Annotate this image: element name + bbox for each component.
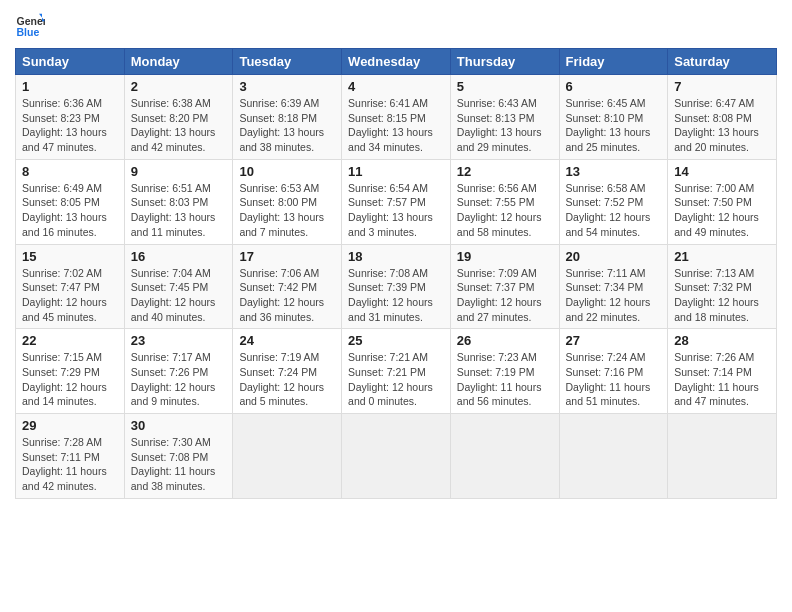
weekday-header: Saturday: [668, 49, 777, 75]
day-info: Sunrise: 7:26 AM Sunset: 7:14 PM Dayligh…: [674, 350, 770, 409]
day-number: 21: [674, 249, 770, 264]
calendar-cell: [559, 414, 668, 499]
day-info: Sunrise: 6:36 AM Sunset: 8:23 PM Dayligh…: [22, 96, 118, 155]
calendar-week-row: 15 Sunrise: 7:02 AM Sunset: 7:47 PM Dayl…: [16, 244, 777, 329]
day-number: 25: [348, 333, 444, 348]
day-number: 22: [22, 333, 118, 348]
day-info: Sunrise: 6:51 AM Sunset: 8:03 PM Dayligh…: [131, 181, 227, 240]
logo: General Blue: [15, 10, 49, 40]
calendar-cell: 27 Sunrise: 7:24 AM Sunset: 7:16 PM Dayl…: [559, 329, 668, 414]
calendar-cell: 15 Sunrise: 7:02 AM Sunset: 7:47 PM Dayl…: [16, 244, 125, 329]
day-info: Sunrise: 7:30 AM Sunset: 7:08 PM Dayligh…: [131, 435, 227, 494]
calendar-cell: 2 Sunrise: 6:38 AM Sunset: 8:20 PM Dayli…: [124, 75, 233, 160]
calendar-cell: [233, 414, 342, 499]
day-number: 11: [348, 164, 444, 179]
day-number: 28: [674, 333, 770, 348]
day-info: Sunrise: 6:45 AM Sunset: 8:10 PM Dayligh…: [566, 96, 662, 155]
calendar-week-row: 29 Sunrise: 7:28 AM Sunset: 7:11 PM Dayl…: [16, 414, 777, 499]
calendar-cell: 19 Sunrise: 7:09 AM Sunset: 7:37 PM Dayl…: [450, 244, 559, 329]
day-info: Sunrise: 7:11 AM Sunset: 7:34 PM Dayligh…: [566, 266, 662, 325]
calendar-cell: [450, 414, 559, 499]
day-info: Sunrise: 7:13 AM Sunset: 7:32 PM Dayligh…: [674, 266, 770, 325]
day-number: 18: [348, 249, 444, 264]
day-number: 5: [457, 79, 553, 94]
calendar-cell: 1 Sunrise: 6:36 AM Sunset: 8:23 PM Dayli…: [16, 75, 125, 160]
weekday-header: Thursday: [450, 49, 559, 75]
svg-text:Blue: Blue: [17, 26, 40, 38]
day-info: Sunrise: 7:08 AM Sunset: 7:39 PM Dayligh…: [348, 266, 444, 325]
calendar-cell: 30 Sunrise: 7:30 AM Sunset: 7:08 PM Dayl…: [124, 414, 233, 499]
day-number: 29: [22, 418, 118, 433]
day-number: 1: [22, 79, 118, 94]
day-info: Sunrise: 6:56 AM Sunset: 7:55 PM Dayligh…: [457, 181, 553, 240]
day-number: 3: [239, 79, 335, 94]
calendar-cell: 9 Sunrise: 6:51 AM Sunset: 8:03 PM Dayli…: [124, 159, 233, 244]
calendar-cell: 28 Sunrise: 7:26 AM Sunset: 7:14 PM Dayl…: [668, 329, 777, 414]
calendar-cell: 24 Sunrise: 7:19 AM Sunset: 7:24 PM Dayl…: [233, 329, 342, 414]
calendar-cell: 23 Sunrise: 7:17 AM Sunset: 7:26 PM Dayl…: [124, 329, 233, 414]
day-info: Sunrise: 7:02 AM Sunset: 7:47 PM Dayligh…: [22, 266, 118, 325]
weekday-header-row: SundayMondayTuesdayWednesdayThursdayFrid…: [16, 49, 777, 75]
day-info: Sunrise: 7:15 AM Sunset: 7:29 PM Dayligh…: [22, 350, 118, 409]
day-info: Sunrise: 6:54 AM Sunset: 7:57 PM Dayligh…: [348, 181, 444, 240]
day-number: 10: [239, 164, 335, 179]
day-info: Sunrise: 6:58 AM Sunset: 7:52 PM Dayligh…: [566, 181, 662, 240]
day-number: 9: [131, 164, 227, 179]
header: General Blue: [15, 10, 777, 40]
calendar-cell: 12 Sunrise: 6:56 AM Sunset: 7:55 PM Dayl…: [450, 159, 559, 244]
calendar-cell: 14 Sunrise: 7:00 AM Sunset: 7:50 PM Dayl…: [668, 159, 777, 244]
day-number: 30: [131, 418, 227, 433]
calendar-cell: 10 Sunrise: 6:53 AM Sunset: 8:00 PM Dayl…: [233, 159, 342, 244]
day-number: 7: [674, 79, 770, 94]
calendar-cell: 8 Sunrise: 6:49 AM Sunset: 8:05 PM Dayli…: [16, 159, 125, 244]
calendar-cell: 11 Sunrise: 6:54 AM Sunset: 7:57 PM Dayl…: [342, 159, 451, 244]
calendar-cell: 5 Sunrise: 6:43 AM Sunset: 8:13 PM Dayli…: [450, 75, 559, 160]
logo-icon: General Blue: [15, 10, 45, 40]
calendar-cell: 25 Sunrise: 7:21 AM Sunset: 7:21 PM Dayl…: [342, 329, 451, 414]
calendar-cell: 4 Sunrise: 6:41 AM Sunset: 8:15 PM Dayli…: [342, 75, 451, 160]
day-info: Sunrise: 6:49 AM Sunset: 8:05 PM Dayligh…: [22, 181, 118, 240]
calendar-cell: 6 Sunrise: 6:45 AM Sunset: 8:10 PM Dayli…: [559, 75, 668, 160]
calendar-cell: 3 Sunrise: 6:39 AM Sunset: 8:18 PM Dayli…: [233, 75, 342, 160]
day-info: Sunrise: 7:00 AM Sunset: 7:50 PM Dayligh…: [674, 181, 770, 240]
calendar-cell: 29 Sunrise: 7:28 AM Sunset: 7:11 PM Dayl…: [16, 414, 125, 499]
calendar-cell: 13 Sunrise: 6:58 AM Sunset: 7:52 PM Dayl…: [559, 159, 668, 244]
day-number: 2: [131, 79, 227, 94]
day-number: 14: [674, 164, 770, 179]
calendar-week-row: 8 Sunrise: 6:49 AM Sunset: 8:05 PM Dayli…: [16, 159, 777, 244]
day-info: Sunrise: 7:28 AM Sunset: 7:11 PM Dayligh…: [22, 435, 118, 494]
day-number: 15: [22, 249, 118, 264]
day-info: Sunrise: 6:43 AM Sunset: 8:13 PM Dayligh…: [457, 96, 553, 155]
day-number: 6: [566, 79, 662, 94]
calendar-cell: 17 Sunrise: 7:06 AM Sunset: 7:42 PM Dayl…: [233, 244, 342, 329]
weekday-header: Friday: [559, 49, 668, 75]
calendar-cell: [668, 414, 777, 499]
day-info: Sunrise: 7:21 AM Sunset: 7:21 PM Dayligh…: [348, 350, 444, 409]
day-info: Sunrise: 7:23 AM Sunset: 7:19 PM Dayligh…: [457, 350, 553, 409]
day-number: 19: [457, 249, 553, 264]
day-number: 8: [22, 164, 118, 179]
calendar-table: SundayMondayTuesdayWednesdayThursdayFrid…: [15, 48, 777, 499]
day-info: Sunrise: 7:19 AM Sunset: 7:24 PM Dayligh…: [239, 350, 335, 409]
day-number: 24: [239, 333, 335, 348]
day-info: Sunrise: 7:17 AM Sunset: 7:26 PM Dayligh…: [131, 350, 227, 409]
day-info: Sunrise: 6:41 AM Sunset: 8:15 PM Dayligh…: [348, 96, 444, 155]
day-info: Sunrise: 6:47 AM Sunset: 8:08 PM Dayligh…: [674, 96, 770, 155]
calendar-cell: 26 Sunrise: 7:23 AM Sunset: 7:19 PM Dayl…: [450, 329, 559, 414]
day-info: Sunrise: 7:04 AM Sunset: 7:45 PM Dayligh…: [131, 266, 227, 325]
day-info: Sunrise: 7:24 AM Sunset: 7:16 PM Dayligh…: [566, 350, 662, 409]
calendar-cell: 16 Sunrise: 7:04 AM Sunset: 7:45 PM Dayl…: [124, 244, 233, 329]
weekday-header: Sunday: [16, 49, 125, 75]
calendar-week-row: 22 Sunrise: 7:15 AM Sunset: 7:29 PM Dayl…: [16, 329, 777, 414]
main-container: General Blue SundayMondayTuesdayWednesda…: [0, 0, 792, 509]
day-number: 13: [566, 164, 662, 179]
weekday-header: Monday: [124, 49, 233, 75]
day-info: Sunrise: 6:38 AM Sunset: 8:20 PM Dayligh…: [131, 96, 227, 155]
calendar-cell: [342, 414, 451, 499]
day-number: 16: [131, 249, 227, 264]
weekday-header: Tuesday: [233, 49, 342, 75]
calendar-cell: 7 Sunrise: 6:47 AM Sunset: 8:08 PM Dayli…: [668, 75, 777, 160]
weekday-header: Wednesday: [342, 49, 451, 75]
day-number: 4: [348, 79, 444, 94]
calendar-cell: 18 Sunrise: 7:08 AM Sunset: 7:39 PM Dayl…: [342, 244, 451, 329]
